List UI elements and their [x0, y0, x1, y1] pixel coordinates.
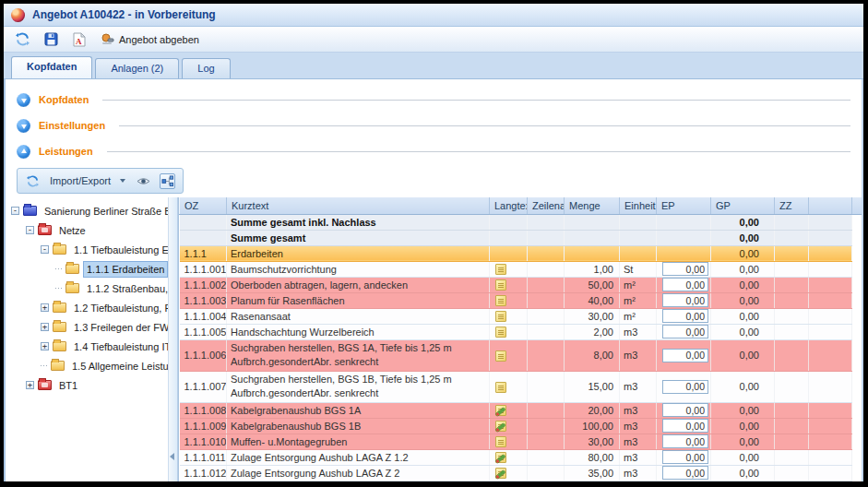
refresh-button[interactable] [11, 30, 34, 49]
langtext-note-edit-icon[interactable] [495, 421, 506, 432]
cell-menge [565, 245, 620, 261]
cell-fill [809, 481, 852, 481]
grid-row[interactable]: 1.1.1.002Oberboden abtragen, lagern, and… [180, 277, 852, 292]
refresh-button[interactable] [25, 173, 41, 189]
cell-fill [809, 418, 852, 434]
grid-row[interactable]: 1.1.1.009Kabelgrabenaushub BGS 1B100,00m… [180, 418, 852, 434]
expand-plus-icon[interactable]: + [26, 381, 34, 389]
tab-log[interactable]: Log [182, 58, 230, 78]
grid-row[interactable]: 1.1.1.012Zulage Entsorgung Aushub LAGA Z… [180, 465, 852, 481]
save-button[interactable] [40, 30, 63, 49]
tree-item[interactable]: 1.1.2 Straßenbau, [6, 279, 168, 298]
grid-row[interactable]: 1.1.1Erdarbeiten0,00 [180, 245, 852, 261]
ep-input[interactable] [662, 293, 708, 307]
ep-input[interactable] [662, 325, 708, 339]
submit-offer-button[interactable]: Angebot abgeben [96, 30, 204, 48]
langtext-note-icon[interactable] [495, 295, 506, 306]
grid-row[interactable]: 1.1.1.003Planum für Rasenflächen40,00m²0… [180, 292, 852, 308]
tree-item[interactable]: 1.5 Allgemeine Leistun [6, 356, 168, 375]
tree-item[interactable]: 1.1.1 Erdarbeiten [6, 259, 168, 279]
ep-input[interactable] [662, 450, 708, 464]
col-header-einheit[interactable]: Einheit [620, 197, 657, 214]
ep-input[interactable] [662, 278, 708, 291]
import-export-button[interactable]: Import/Export [48, 173, 127, 188]
col-header-zeilenart[interactable]: Zeilenart [528, 197, 565, 214]
grid-header-row: OZ Kurztext Langtext Zeilenart Menge Ein… [180, 197, 852, 214]
tree-item-label: 1.2 Tiefbauleistung, Rü [71, 301, 168, 315]
expand-down-icon[interactable] [17, 93, 30, 107]
cell-gp: 0,00 [711, 402, 775, 418]
col-header-oz[interactable]: OZ [180, 197, 227, 214]
grid-row[interactable]: 1.1.1.004Rasenansaat30,00m²0,00 [180, 308, 852, 324]
section-einstellungen[interactable]: Einstellungen [17, 116, 854, 135]
langtext-note-icon[interactable] [495, 436, 506, 447]
section-leistungen[interactable]: Leistungen [17, 142, 854, 160]
expand-plus-icon[interactable]: + [41, 303, 49, 312]
grid-row[interactable]: 1.1.1.008Kabelgrabenaushub BGS 1A20,00m3… [180, 402, 852, 418]
ep-input[interactable] [662, 309, 708, 323]
ep-input[interactable] [662, 419, 708, 433]
cell-ep [657, 371, 711, 402]
tree-item[interactable]: -1.1 Tiefbauleistung Elt, [6, 240, 168, 259]
expand-plus-icon[interactable]: + [41, 323, 49, 331]
langtext-note-icon[interactable] [495, 279, 506, 291]
collapse-left-icon[interactable] [170, 453, 174, 460]
tab-anlagen[interactable]: Anlagen (2) [95, 58, 179, 78]
langtext-note-icon[interactable] [495, 327, 506, 338]
pdf-export-button[interactable]: A [68, 30, 90, 50]
section-leistungen-label: Leistungen [39, 146, 93, 157]
visibility-button[interactable] [135, 174, 152, 188]
collapse-minus-icon[interactable]: - [26, 226, 34, 234]
cell-kurz: Erdarbeiten [227, 245, 490, 261]
tree-item[interactable]: +BT1 [6, 375, 168, 395]
ep-input[interactable] [662, 403, 708, 417]
tab-kopfdaten[interactable]: Kopfdaten [11, 56, 92, 78]
col-header-ep[interactable]: EP [657, 197, 711, 214]
grid-row[interactable] [180, 481, 852, 481]
grid-row[interactable]: 1.1.1.005Handschachtung Wurzelbereich2,0… [180, 324, 852, 339]
langtext-note-edit-icon[interactable] [495, 468, 506, 479]
expand-down-icon[interactable] [17, 119, 30, 133]
ep-input[interactable] [662, 466, 708, 480]
langtext-note-icon[interactable] [495, 264, 506, 275]
col-header-zz[interactable]: ZZ [775, 197, 809, 214]
grid-row[interactable]: 1.1.1.001Baumschutzvorrichtung1,00St0,00 [180, 261, 852, 277]
langtext-note-icon[interactable] [495, 311, 506, 322]
cell-menge: 80,00 [565, 449, 620, 465]
langtext-note-icon[interactable] [495, 382, 506, 393]
grid-row[interactable]: 1.1.1.011Zulage Entsorgung Aushub LAGA Z… [180, 449, 852, 465]
tree-item[interactable]: -Sanierung Berliner Straße Ber [6, 201, 168, 220]
collapse-up-icon[interactable] [17, 145, 30, 159]
expand-plus-icon[interactable]: + [41, 342, 49, 350]
grid-row[interactable]: 1.1.1.007Suchgraben herstellen, BGS 1B, … [180, 371, 852, 402]
ep-input[interactable] [662, 380, 708, 394]
tree-item[interactable]: +1.3 Freilegen der FW-L [6, 317, 168, 337]
section-kopfdaten[interactable]: Kopfdaten [17, 90, 854, 109]
structure-toggle-button[interactable] [160, 173, 175, 189]
scrollbar-gutter[interactable] [852, 197, 862, 481]
grid-row[interactable]: Summe gesamt inkl. Nachlass0,00 [180, 214, 852, 230]
tree-item[interactable]: -Netze [6, 220, 168, 240]
langtext-note-edit-icon[interactable] [495, 452, 506, 463]
cell-lang [490, 339, 528, 371]
col-header-langtext[interactable]: Langtext [490, 197, 528, 214]
grid-row[interactable]: Summe gesamt0,00 [180, 230, 852, 245]
collapse-minus-icon[interactable]: - [11, 207, 19, 215]
col-header-gp[interactable]: GP [711, 197, 775, 214]
col-header-menge[interactable]: Menge [565, 197, 620, 214]
grid-row[interactable]: 1.1.1.006Suchgraben herstellen, BGS 1A, … [180, 339, 852, 371]
tree-item[interactable]: +1.2 Tiefbauleistung, Rü [6, 298, 168, 317]
ep-input[interactable] [662, 434, 708, 448]
langtext-note-edit-icon[interactable] [495, 405, 506, 416]
tree-item[interactable]: +1.4 Tiefbauleistung IT,o [6, 337, 168, 356]
ep-input[interactable] [662, 262, 708, 276]
positions-table: OZ Kurztext Langtext Zeilenart Menge Ein… [179, 197, 852, 481]
col-header-kurztext[interactable]: Kurztext [227, 197, 490, 214]
ep-input[interactable] [662, 349, 708, 362]
panel-splitter[interactable] [168, 197, 178, 481]
langtext-note-icon[interactable] [495, 350, 506, 362]
cell-zz [775, 292, 809, 308]
tree-item-label: Netze [56, 223, 89, 238]
grid-row[interactable]: 1.1.1.010Muffen- u.Montagegruben30,00m30… [180, 434, 852, 449]
collapse-minus-icon[interactable]: - [41, 245, 49, 254]
